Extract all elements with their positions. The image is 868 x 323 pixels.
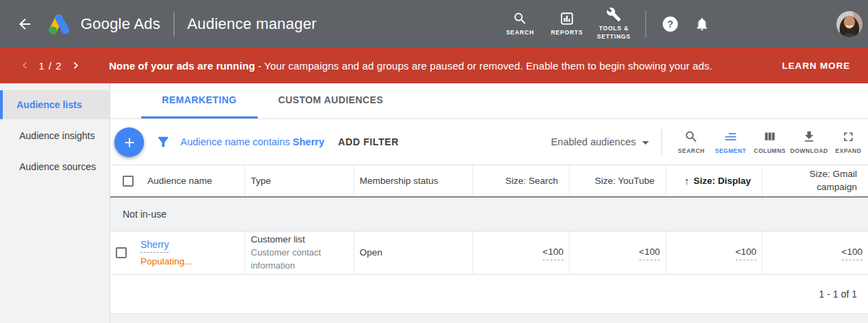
banner-next-button[interactable]: [68, 57, 84, 74]
tab-remarketing[interactable]: REMARKETING: [141, 83, 258, 118]
cell-membership-status: Open: [353, 231, 473, 274]
add-filter-button[interactable]: ADD FILTER: [338, 136, 399, 147]
table-row: Sherry Populating... Customer list Custo…: [110, 231, 868, 275]
notifications-button[interactable]: [686, 8, 718, 40]
audience-name-link[interactable]: Sherry: [141, 238, 169, 253]
topbar-right: SEARCH REPORTS TOOLS & SETTINGS ?: [497, 7, 868, 41]
header-type[interactable]: Type: [245, 165, 353, 196]
sidebar-item-audience-insights[interactable]: Audience insights: [0, 121, 110, 150]
audience-populating-status: Populating...: [141, 255, 192, 269]
sidebar-item-audience-lists[interactable]: Audience lists: [0, 90, 110, 119]
reports-icon: [559, 11, 575, 26]
banner-message: None of your ads are running - Your camp…: [109, 60, 712, 72]
row-checkbox[interactable]: [116, 247, 127, 258]
download-icon: [802, 129, 816, 144]
filter-toolbar: Audience name contains Sherry ADD FILTER…: [110, 119, 868, 165]
content-card: REMARKETING CUSTOM AUDIENCES Audience na…: [110, 83, 868, 323]
tools-settings-nav-button[interactable]: TOOLS & SETTINGS: [592, 7, 636, 41]
sidebar-item-audience-sources[interactable]: Audience sources: [0, 152, 110, 181]
wrench-icon: [606, 7, 621, 22]
alert-banner: 1 / 2 None of your ads are running - You…: [0, 48, 868, 83]
cell-size-display: <100: [665, 231, 762, 274]
view-filter-dropdown[interactable]: Enabled audiences: [551, 136, 649, 147]
learn-more-button[interactable]: LEARN MORE: [775, 55, 857, 76]
account-avatar[interactable]: [836, 11, 862, 37]
add-audience-button[interactable]: [114, 127, 144, 157]
tab-bar: REMARKETING CUSTOM AUDIENCES: [110, 83, 868, 119]
cell-size-youtube: <100: [569, 231, 665, 274]
plus-icon: [122, 135, 137, 150]
topbar-divider: [645, 10, 646, 38]
help-button[interactable]: ?: [654, 8, 686, 40]
table-footer: 1 - 1 of 1: [110, 275, 868, 313]
top-app-bar: Google Ads Audience manager SEARCH REPOR…: [0, 0, 868, 48]
expand-icon: [841, 129, 856, 144]
cell-size-gmail: <100: [762, 231, 868, 274]
google-ads-app: Google Ads Audience manager SEARCH REPOR…: [0, 0, 868, 323]
topbar-divider: [174, 12, 174, 37]
google-ads-logo-icon[interactable]: [45, 12, 72, 36]
product-name: Google Ads: [81, 15, 161, 33]
back-button[interactable]: [11, 10, 39, 38]
header-membership-status[interactable]: Membership status: [353, 165, 473, 196]
page-title: Audience manager: [187, 15, 317, 33]
header-size-display-sorted[interactable]: ↑ Size: Display: [665, 165, 762, 196]
pagination-label: 1 - 1 of 1: [819, 289, 857, 300]
segment-button[interactable]: SEGMENT: [711, 129, 750, 154]
banner-prev-button[interactable]: [17, 57, 33, 74]
page-background: [110, 313, 868, 323]
filter-funnel-icon[interactable]: [156, 134, 171, 149]
cell-audience-name: Sherry Populating...: [110, 231, 245, 274]
tab-custom-audiences[interactable]: CUSTOM AUDIENCES: [258, 83, 404, 118]
toolbar-divider: [661, 129, 662, 154]
expand-button[interactable]: EXPAND: [829, 129, 868, 154]
active-filter-chip[interactable]: Audience name contains Sherry: [180, 136, 324, 147]
sort-ascending-icon: ↑: [684, 175, 690, 187]
table-header-row: Audience name Type Membership status Siz…: [110, 165, 868, 198]
bell-icon: [694, 17, 710, 32]
cell-type: Customer list Customer contact informati…: [245, 231, 353, 274]
search-icon: [513, 11, 528, 26]
table-search-button[interactable]: SEARCH: [672, 129, 711, 154]
chevron-down-icon: [642, 141, 649, 145]
columns-button[interactable]: COLUMNS: [750, 129, 789, 154]
header-audience-name[interactable]: Audience name: [110, 165, 245, 196]
search-nav-button[interactable]: SEARCH: [498, 11, 542, 37]
banner-pager: 1 / 2: [39, 60, 62, 72]
sidebar: Audience lists Audience insights Audienc…: [0, 83, 110, 323]
columns-icon: [763, 129, 777, 144]
header-size-gmail[interactable]: Size: Gmail campaign: [762, 165, 868, 196]
select-all-checkbox[interactable]: [123, 176, 134, 187]
search-icon: [684, 129, 699, 144]
chevron-left-icon: [18, 59, 32, 72]
header-size-search[interactable]: Size: Search: [473, 165, 569, 196]
help-icon: ?: [663, 17, 678, 32]
segment-icon: [723, 129, 738, 144]
arrow-back-icon: [17, 16, 33, 32]
main-area: Audience lists Audience insights Audienc…: [0, 83, 868, 323]
chevron-right-icon: [69, 59, 83, 72]
download-button[interactable]: DOWNLOAD: [789, 129, 829, 154]
reports-nav-button[interactable]: REPORTS: [545, 11, 589, 37]
cell-size-search: <100: [473, 231, 569, 274]
header-size-youtube[interactable]: Size: YouTube: [569, 165, 665, 196]
table-section-not-in-use: Not in-use: [110, 198, 868, 231]
